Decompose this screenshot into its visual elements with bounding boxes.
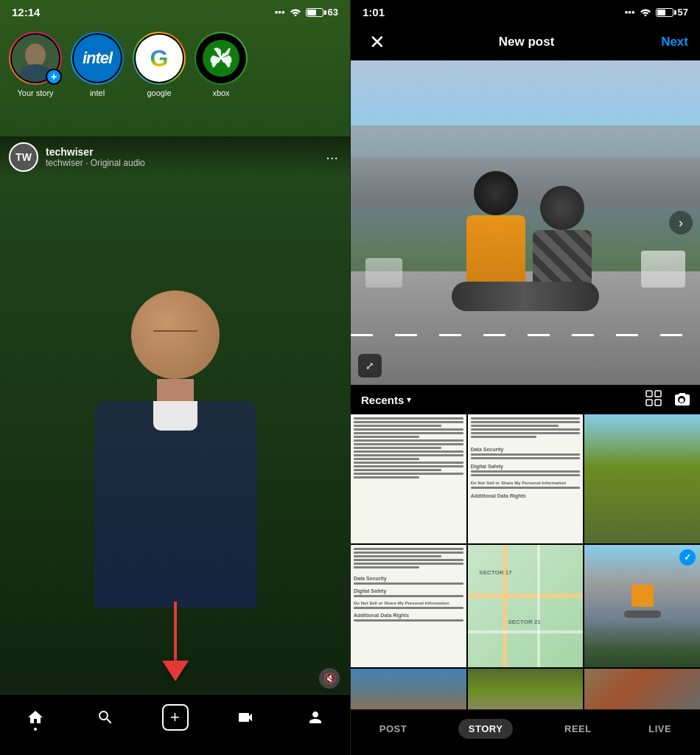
doc-line [354,450,463,453]
nav-search-button[interactable] [89,701,122,734]
post-type-story[interactable]: STORY [458,719,514,739]
doc-line [354,473,463,475]
doc-section-label3: Do Not Sell or Share My Personal Informa… [471,481,581,485]
nav-add-button[interactable]: + [159,701,192,734]
doc-line [354,462,463,464]
mute-icon[interactable]: 🔇 [319,668,340,689]
preview-nav-right[interactable]: › [669,211,693,234]
doc-line [354,465,463,467]
story-avatar-wrap-intel[interactable]: intel [71,32,124,85]
right-time: 1:01 [363,6,385,18]
right-status-right: ▪▪▪ 57 [625,7,688,18]
post-type-post[interactable]: POST [374,719,413,739]
doc-line [354,432,463,434]
home-icon [27,709,44,726]
grid-item-9[interactable] [584,669,700,711]
doc-line [471,421,581,423]
doc-line [354,552,463,554]
doc-line [471,432,581,434]
stories-row: + Your story intel intel G [0,26,350,103]
doc-line [354,428,463,431]
doc-line [354,439,463,442]
right-status-bar: 1:01 ▪▪▪ 57 [351,0,700,21]
right-wifi-icon [640,7,651,18]
doc-line [354,417,463,420]
doc-line [354,555,441,557]
story-item-your-story[interactable]: + Your story [9,32,62,97]
post-avatar: TW [9,142,38,172]
post-avatar-initials: TW [15,151,32,163]
doc-spacer [354,570,463,574]
preview-container: ⤢ › [351,60,700,385]
svg-rect-6 [646,391,652,397]
photo-grid: Data Security Digital Safety Do Not Sell… [351,414,700,711]
grid-item-1[interactable] [351,414,466,543]
recents-chevron-icon: ▾ [407,394,411,405]
story-label-your-story: Your story [17,88,53,97]
post-username: techwiser [46,146,323,158]
photo-thumb-9 [584,669,700,711]
nav-home-button[interactable] [19,701,52,734]
story-avatar-wrap-your[interactable]: + [9,32,62,85]
grid-item-5[interactable]: SECTOR 17 SECTOR 21 [468,545,584,667]
story-avatar-wrap-xbox[interactable]: X [195,32,248,85]
story-avatar-intel: intel [74,35,121,82]
story-item-xbox[interactable]: X xbox [195,32,248,97]
next-button[interactable]: Next [661,35,688,49]
doc-line [354,566,419,568]
post-type-reel[interactable]: REEL [559,719,598,739]
expand-button[interactable]: ⤢ [358,354,382,378]
home-active-dot [34,728,37,731]
story-ring-google: G [133,32,186,85]
grid-item-3[interactable] [584,414,700,543]
nav-reels-button[interactable] [229,701,262,734]
doc-line [354,458,419,460]
camera-icon[interactable] [673,391,690,409]
post-more-button[interactable]: ··· [323,149,341,166]
arrow-down [162,661,189,681]
add-story-button[interactable]: + [46,69,62,85]
svg-point-10 [679,398,684,403]
left-panel: 12:14 ▪▪▪ 63 [0,0,350,755]
grid-item-4[interactable]: Data Security Digital Safety Do Not Sell… [351,545,466,667]
recents-selector[interactable]: Recents ▾ [361,394,411,406]
grid-item-2[interactable]: Data Security Digital Safety Do Not Sell… [468,414,584,543]
photo-thumb-7 [351,669,466,711]
nav-profile-button[interactable] [299,701,332,734]
doc-line [471,457,581,459]
story-avatar-wrap-google[interactable]: G [133,32,186,85]
new-post-header: ✕ New post Next [351,24,700,60]
doc-section-label2: Digital Safety [471,464,581,469]
doc-spacer [471,439,581,445]
signal-icon: ▪▪▪ [275,7,285,18]
doc-line [471,436,536,438]
multi-select-icon[interactable] [645,390,662,410]
doc-line [354,548,463,550]
svg-text:X: X [217,51,225,66]
doc-line [354,563,463,565]
post-info: techwiser techwiser · Original audio [46,146,323,168]
wifi-icon [290,7,301,18]
doc-section-label: Data Security [471,447,581,452]
doc-line [354,469,441,471]
doc-thumb-2: Data Security Digital Safety Do Not Sell… [468,414,584,543]
doc-line [471,417,581,420]
recents-label: Recents [361,394,404,406]
post-header: TW techwiser techwiser · Original audio … [0,136,350,178]
story-item-intel[interactable]: intel intel [71,32,124,97]
grid-item-8[interactable] [468,669,584,711]
profile-icon [307,709,324,726]
story-item-google[interactable]: G google [133,32,186,97]
battery-icon [306,8,323,17]
doc-line [354,607,463,609]
close-button[interactable]: ✕ [363,31,392,54]
grid-item-6[interactable]: ✓ [584,545,700,667]
doc-line [354,421,463,423]
camera-svg [673,391,690,406]
post-type-live[interactable]: LIVE [643,719,677,739]
doc-line [471,428,581,431]
google-logo-text: G [150,45,169,72]
grid-item-7[interactable] [351,669,466,711]
doc-section-label3: Do Not Sell or Share My Personal Informa… [354,601,463,605]
right-signal-icon: ▪▪▪ [625,7,635,18]
